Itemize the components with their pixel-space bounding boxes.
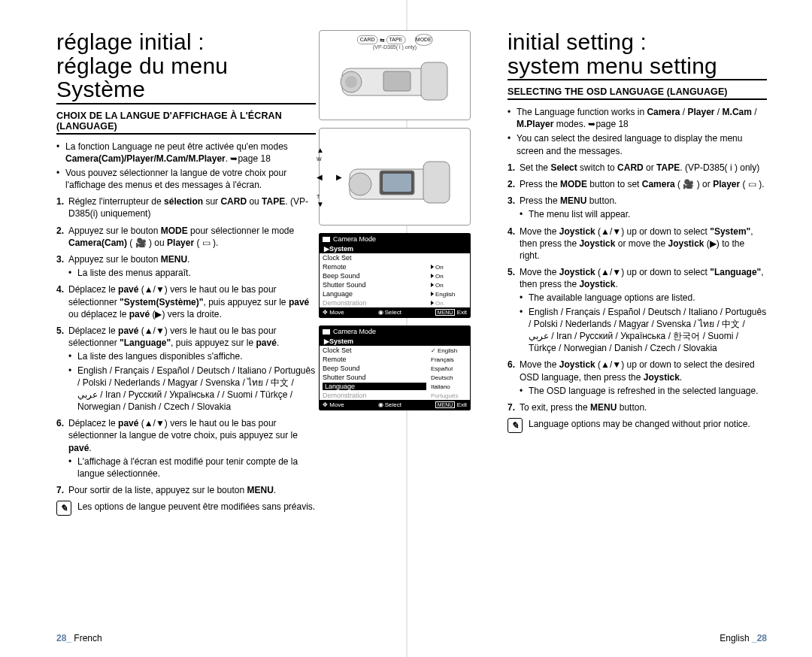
svg-point-3 [345,76,357,88]
illustration-column: CARD ⇆ TAPE MODE (VP-D385( i ) only) ▲W … [316,30,474,634]
step-item: Pour sortir de la liste, appuyez sur le … [56,484,316,496]
right-column: initial setting : system menu setting SE… [508,30,767,634]
lcd-row: Beep SoundEspañol [320,364,470,373]
svg-rect-4 [383,71,411,91]
camcorder-icon [335,49,455,101]
note-icon: ✎ [508,418,523,433]
lcd-row: LanguageItaliano [320,382,470,391]
lcd-row: RemoteOn [320,262,470,271]
camera-glyph-icon [323,329,330,335]
sub-item: The OSD language is refreshed in the sel… [520,385,767,397]
lcd-footer: ✥ Move◉ SelectMENU Exit [320,307,470,317]
camera-glyph-icon [323,237,330,242]
step-item: Move the Joystick (▲/▼) up or down to se… [508,359,767,397]
lcd-row: Shutter SoundDeutsch [320,373,470,382]
note-text-en: Language options may be changed without … [529,418,750,433]
lcd-row: Clock Set✓English [320,346,470,355]
tri-right-icon [431,265,434,269]
page-title-en: initial setting : system menu setting [508,30,767,80]
sub-item: The available language options are liste… [520,292,767,304]
note-fr: ✎ Les options de langue peuvent être mod… [56,501,316,516]
lcd-row: DemonstrationPortuguês [320,391,470,400]
svg-rect-6 [423,162,450,203]
lcd-row: Shutter SoundOn [320,280,470,289]
tri-right-icon [431,274,434,278]
svg-rect-1 [421,62,447,100]
tri-right-icon [431,292,434,296]
tape-chip: TAPE [386,35,406,44]
page-number-fr: 28_ French [56,633,102,643]
svg-point-7 [349,173,371,195]
camera-joystick-diagram: ▲W ◀ ▶ T▼ [319,128,471,226]
note-text-fr: Les options de langue peuvent être modif… [77,501,315,516]
note-icon: ✎ [56,501,71,516]
steps-fr: Réglez l'interrupteur de sélection sur C… [56,195,316,496]
left-column: réglage initial : réglage du menu Systèm… [56,30,316,634]
vp-note: (VP-D385( i ) only) [373,44,417,50]
lcd-row: LanguageEnglish [320,289,470,298]
step-item: Déplacez le pavé (▲/▼) vers le haut ou l… [56,325,316,413]
sub-item: English / Français / Español / Deutsch /… [68,365,316,413]
svg-rect-9 [383,174,411,192]
lcd-row: Clock Set [320,253,470,262]
lcd-header: Camera Mode [320,326,470,337]
note-en: ✎ Language options may be changed withou… [508,418,767,433]
step-item: Press the MODE button to set Camera ( 🎥 … [508,178,767,190]
lcd-footer: ✥ Move◉ SelectMENU Exit [320,400,470,410]
lcd-header: Camera Mode [320,234,470,244]
manual-page: réglage initial : réglage du menu Systèm… [0,0,812,657]
section-heading-fr: CHOIX DE LA LANGUE D'AFFICHAGE À L'ÉCRAN… [56,111,316,135]
lcd-group: ▶System [320,244,470,253]
step-item: Appuyez sur le bouton MODE pour sélectio… [56,225,316,249]
tri-right-icon [431,301,434,305]
step-item: Set the Select switch to CARD or TAPE. (… [508,162,767,174]
card-chip: CARD [357,35,378,44]
camcorder-icon [335,147,455,207]
step-item: Déplacez le pavé (▲/▼) vers le haut ou l… [56,283,316,320]
section-heading-en: SELECTING THE OSD LANGUAGE (LANGUAGE) [508,86,767,100]
page-number-en: English _28 [720,633,767,643]
intro-list-fr: La fonction Language ne peut être activé… [56,141,316,192]
step-item: Move the Joystick (▲/▼) up or down to se… [508,226,767,262]
sub-item: La liste des langues disponibles s'affic… [68,350,316,362]
joystick-arrows: ▲W ◀ ▶ T▼ [317,146,342,208]
steps-en: Set the Select switch to CARD or TAPE. (… [508,162,767,413]
lcd-menu-1: Camera Mode▶SystemClock SetRemoteOnBeep … [319,233,471,318]
list-item: The Language function works in Camera / … [508,106,767,130]
step-item: Press the MENU button.The menu list will… [508,195,767,220]
lcd-row: Beep SoundOn [320,271,470,280]
page-title-fr: réglage initial : réglage du menu Systèm… [56,30,316,104]
lcd-row: DemonstrationOn [320,298,470,307]
intro-list-en: The Language function works in Camera / … [508,106,767,157]
step-item: Appuyez sur le bouton MENU.La liste des … [56,253,316,279]
step-item: Move the Joystick (▲/▼) up or down to se… [508,266,767,354]
step-item: To exit, press the MENU button. [508,401,767,413]
list-item: Vous pouvez sélectionner la langue de vo… [56,167,316,191]
sub-item: English / Français / Español / Deutsch /… [520,306,767,355]
mode-chip: MODE [414,34,432,46]
sub-item: The menu list will appear. [520,208,767,220]
camera-top-diagram: CARD ⇆ TAPE MODE (VP-D385( i ) only) [319,30,471,120]
step-item: Déplacez le pavé (▲/▼) vers le haut ou l… [56,417,316,480]
list-item: La fonction Language ne peut être activé… [56,141,316,165]
lcd-menu-2: Camera Mode▶SystemClock Set✓EnglishRemot… [319,325,471,410]
lcd-group: ▶System [320,337,470,346]
step-item: Réglez l'interrupteur de sélection sur C… [56,195,316,220]
list-item: You can select the desired language to d… [508,132,767,156]
sub-item: La liste des menus apparaît. [68,267,316,279]
sub-item: L'affichage à l'écran est modifié pour t… [68,456,316,480]
lcd-row: RemoteFrançais [320,355,470,364]
check-icon: ✓ [431,347,436,354]
tri-right-icon [431,283,434,287]
